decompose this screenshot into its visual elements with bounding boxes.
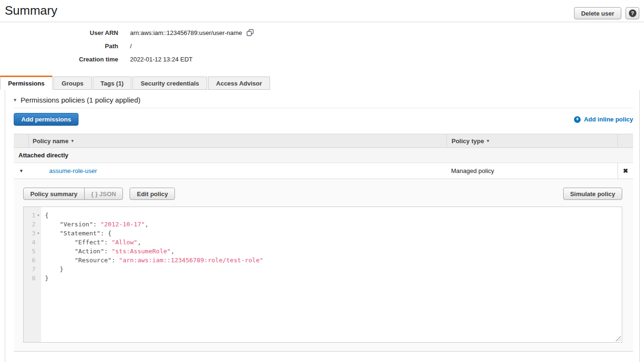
detail-row-user-arn: User ARN arn:aws:iam::123456789:user/use… xyxy=(0,26,254,39)
policies-toolbar: Add permissions + Add inline policy xyxy=(14,113,633,126)
page-title: Summary xyxy=(5,3,57,18)
path-label: Path xyxy=(0,43,118,50)
help-button[interactable]: ? xyxy=(626,7,639,19)
creation-time-label: Creation time xyxy=(0,56,118,63)
policy-name-sort[interactable]: Policy name ▾ xyxy=(33,138,73,145)
code-line: } xyxy=(45,274,622,283)
remove-policy-icon[interactable]: ✖ xyxy=(623,167,628,174)
policy-json-editor[interactable]: 1▾23▾45678 { "Version": "2012-10-17", "S… xyxy=(23,207,622,343)
json-button[interactable]: { } JSON xyxy=(84,188,123,200)
row-expander[interactable]: ▾ xyxy=(14,163,29,179)
code-line: "Effect": "Allow", xyxy=(45,238,622,247)
sort-arrow-icon: ▾ xyxy=(71,138,74,143)
simulate-policy-button[interactable]: Simulate policy xyxy=(563,188,622,200)
table-row-assume-role-user: ▾ assume-role-user Managed policy ✖ xyxy=(14,163,633,179)
editor-code: { "Version": "2012-10-17", "Statement": … xyxy=(41,207,622,342)
header-policy-name: Policy name ▾ xyxy=(29,138,446,145)
path-value: / xyxy=(130,43,132,50)
gutter-line: 5 xyxy=(24,247,41,256)
permissions-policies-section-header[interactable]: ▾ Permissions policies (1 policy applied… xyxy=(14,96,633,104)
code-line: "Version": "2012-10-17", xyxy=(45,220,622,229)
policy-detail-toolbar: Policy summary { } JSON Edit policy Simu… xyxy=(23,188,622,200)
add-inline-policy-link[interactable]: + Add inline policy xyxy=(574,116,633,123)
collapse-arrow-icon: ▾ xyxy=(14,97,17,103)
gutter-line: 7 xyxy=(24,265,41,274)
group-row-attached-directly: Attached directly xyxy=(14,148,633,163)
delete-user-button[interactable]: Delete user xyxy=(574,7,621,19)
fold-arrow-icon[interactable]: ▾ xyxy=(35,211,41,220)
code-line: } xyxy=(45,265,622,274)
policy-type-sort[interactable]: Policy type ▾ xyxy=(452,138,489,145)
gutter-line: 4 xyxy=(24,238,41,247)
user-details: User ARN arn:aws:iam::123456789:user/use… xyxy=(0,26,254,66)
remove-policy-cell: ✖ xyxy=(618,163,633,179)
policy-summary-button[interactable]: Policy summary xyxy=(23,188,85,200)
tab-bar: PermissionsGroupsTags (1)Security creden… xyxy=(0,76,270,90)
help-icon: ? xyxy=(629,9,636,17)
gutter-line: 3▾ xyxy=(24,229,41,238)
table-header-row: Policy name ▾ Policy type ▾ xyxy=(14,134,633,148)
header-policy-type: Policy type ▾ xyxy=(446,134,618,147)
code-line: { xyxy=(45,211,622,220)
user-arn-value: arn:aws:iam::123456789:user/user-name xyxy=(130,29,254,36)
tab-groups[interactable]: Groups xyxy=(53,77,91,90)
tab-security-credentials[interactable]: Security credentials xyxy=(132,77,207,90)
header-remove-cell xyxy=(618,134,633,147)
tab-permissions[interactable]: Permissions xyxy=(0,76,52,90)
edit-policy-button[interactable]: Edit policy xyxy=(130,188,175,200)
tab-access-advisor[interactable]: Access Advisor xyxy=(208,77,270,90)
section-divider xyxy=(14,108,633,108)
user-arn-label: User ARN xyxy=(0,29,118,36)
permissions-panel: ▾ Permissions policies (1 policy applied… xyxy=(5,90,640,362)
policies-table: Policy name ▾ Policy type ▾ Attached dir… xyxy=(14,134,633,352)
permissions-policies-title: Permissions policies (1 policy applied) xyxy=(21,96,140,104)
gutter-line: 2 xyxy=(24,220,41,229)
header-actions: Delete user ? xyxy=(574,7,639,19)
editor-gutter: 1▾23▾45678 xyxy=(24,207,41,342)
policy-name-cell: assume-role-user xyxy=(29,167,446,174)
policy-detail-panel: Policy summary { } JSON Edit policy Simu… xyxy=(14,179,633,352)
code-line: "Statement": { xyxy=(45,229,622,238)
sort-arrow-icon: ▾ xyxy=(487,138,489,143)
gutter-line: 8 xyxy=(24,274,41,283)
plus-icon: + xyxy=(574,116,581,123)
tab-tags-1[interactable]: Tags (1) xyxy=(93,77,132,90)
code-line: "Action": "sts:AssumeRole", xyxy=(45,247,622,256)
copy-icon[interactable] xyxy=(246,29,254,36)
add-permissions-button[interactable]: Add permissions xyxy=(14,113,78,126)
detail-row-creation-time: Creation time 2022-01-12 13:24 EDT xyxy=(0,52,254,66)
code-line: "Resource": "arn:aws:iam::123456789:role… xyxy=(45,256,622,265)
gutter-line: 1▾ xyxy=(24,211,41,220)
policy-name-link[interactable]: assume-role-user xyxy=(33,167,97,174)
detail-row-path: Path / xyxy=(0,39,254,52)
policy-type-cell: Managed policy xyxy=(446,163,618,179)
fold-arrow-icon[interactable]: ▾ xyxy=(35,229,41,238)
creation-time-value: 2022-01-12 13:24 EDT xyxy=(130,56,192,63)
header-expander-cell xyxy=(14,134,29,147)
page-header: Summary Delete user ? xyxy=(0,0,644,22)
gutter-line: 6 xyxy=(24,256,41,265)
chevron-down-icon: ▾ xyxy=(20,168,23,174)
